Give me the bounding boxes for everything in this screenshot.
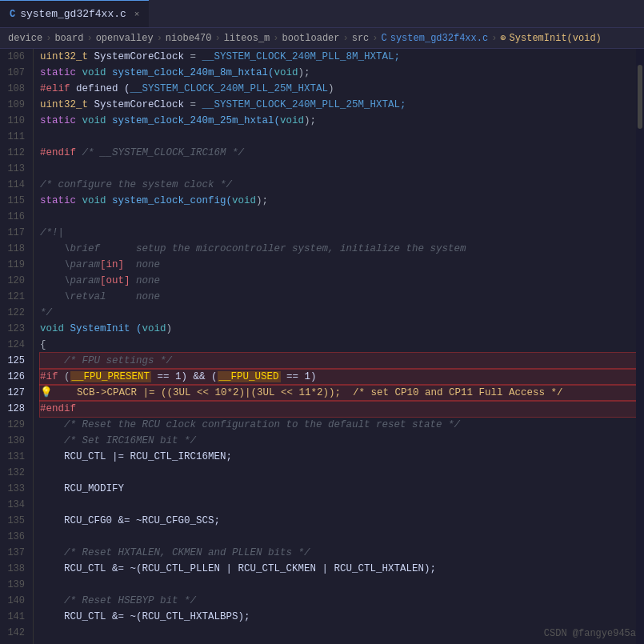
code-line: uint32_t SystemCoreClock = __SYSTEM_CLOC… — [40, 49, 636, 65]
code-line: \param[out] none — [40, 273, 636, 289]
code-line: RCU_CTL &= ~(RCU_CTL_PLLEN | RCU_CTL_CKM… — [40, 561, 636, 577]
code-line: RCU_MODIFY — [40, 481, 636, 497]
active-tab[interactable]: C system_gd32f4xx.c × — [0, 0, 149, 27]
line-number: 132 — [5, 465, 25, 481]
code-line: 💡 SCB->CPACR |= ((3UL << 10*2)|(3UL << 1… — [40, 385, 636, 401]
line-number: 111 — [5, 129, 25, 145]
code-line: { — [40, 337, 636, 353]
code-line: static void system_clock_240m_8m_hxtal(v… — [40, 65, 636, 81]
code-line: \param[in] none — [40, 257, 636, 273]
code-line: void SystemInit (void) — [40, 321, 636, 337]
line-number: 133 — [5, 481, 25, 497]
line-number: 139 — [5, 577, 25, 593]
line-number: 114 — [5, 177, 25, 193]
line-number: 113 — [5, 161, 25, 177]
line-number: 125 — [5, 353, 25, 369]
breadcrumb: device › board › openvalley › niobe470 ›… — [0, 28, 644, 49]
line-number: 109 — [5, 97, 25, 113]
line-number: 136 — [5, 529, 25, 545]
line-number: 131 — [5, 449, 25, 465]
line-number: 129 — [5, 417, 25, 433]
line-number: 128 — [5, 401, 25, 417]
tab-bar: C system_gd32f4xx.c × — [0, 0, 644, 28]
line-number: 119 — [5, 257, 25, 273]
line-number: 142 — [5, 625, 25, 641]
code-line: \brief setup the microcontroller system,… — [40, 241, 636, 257]
scroll-track[interactable] — [636, 49, 644, 644]
code-line: #if (__FPU_PRESENT == 1) && (__FPU_USED … — [40, 369, 636, 385]
editor: 1061071081091101111121131141151161171181… — [0, 49, 644, 644]
line-number: 123 — [5, 321, 25, 337]
code-line: /* Reset HXTALEN, CKMEN and PLLEN bits *… — [40, 545, 636, 561]
line-number: 107 — [5, 65, 25, 81]
line-number: 141 — [5, 609, 25, 625]
code-line — [40, 497, 636, 513]
code-line: /* Set IRC16MEN bit */ — [40, 433, 636, 449]
code-line: static void system_clock_config(void); — [40, 193, 636, 209]
code-line: static void system_clock_240m_25m_hxtal(… — [40, 113, 636, 129]
line-number: 106 — [5, 49, 25, 65]
code-line — [40, 577, 636, 593]
line-number: 118 — [5, 241, 25, 257]
tab-close-button[interactable]: × — [134, 10, 140, 19]
code-line: /*!| — [40, 225, 636, 241]
line-number: 115 — [5, 193, 25, 209]
line-number: 137 — [5, 545, 25, 561]
line-number: 120 — [5, 273, 25, 289]
c-file-icon: C — [10, 9, 15, 20]
code-content: uint32_t SystemCoreClock = __SYSTEM_CLOC… — [34, 49, 636, 644]
line-number: 121 — [5, 289, 25, 305]
line-number: 122 — [5, 305, 25, 321]
line-number: 127 — [5, 385, 25, 401]
code-line — [40, 529, 636, 545]
code-line: /* FPU settings */ — [40, 353, 636, 369]
code-line: #elif defined (__SYSTEM_CLOCK_240M_PLL_2… — [40, 81, 636, 97]
code-line: /* Reset HSEBYP bit */ — [40, 593, 636, 609]
line-number: 135 — [5, 513, 25, 529]
watermark: CSDN @fangye945a — [544, 628, 636, 639]
line-number: 117 — [5, 225, 25, 241]
code-line: uint32_t SystemCoreClock = __SYSTEM_CLOC… — [40, 97, 636, 113]
code-line: */ — [40, 305, 636, 321]
line-number: 112 — [5, 145, 25, 161]
scroll-thumb[interactable] — [638, 65, 642, 129]
line-number: 140 — [5, 593, 25, 609]
code-line: /* configure the system clock */ — [40, 177, 636, 193]
line-number: 143 — [5, 641, 25, 644]
code-line: #endif /* __SYSTEM_CLOCK_IRC16M */ — [40, 145, 636, 161]
line-number: 124 — [5, 337, 25, 353]
code-line: /* Reset the RCU clock configuration to … — [40, 417, 636, 433]
line-number: 108 — [5, 81, 25, 97]
code-line — [40, 209, 636, 225]
code-line: #endif — [40, 401, 636, 417]
line-number: 116 — [5, 209, 25, 225]
code-line — [40, 465, 636, 481]
code-line: RCU_CTL &= ~(RCU_CTL_HXTALBPS); — [40, 609, 636, 625]
line-number: 110 — [5, 113, 25, 129]
tab-filename: system_gd32f4xx.c — [20, 8, 126, 20]
code-line: /* Reset CFG0 register */ — [40, 641, 636, 644]
line-number: 134 — [5, 497, 25, 513]
code-line — [40, 129, 636, 145]
code-line: \retval none — [40, 289, 636, 305]
code-line — [40, 161, 636, 177]
line-numbers: 1061071081091101111121131141151161171181… — [0, 49, 34, 644]
line-number: 138 — [5, 561, 25, 577]
code-line: RCU_CTL |= RCU_CTL_IRC16MEN; — [40, 449, 636, 465]
line-number: 126 — [5, 369, 25, 385]
code-line: RCU_CFG0 &= ~RCU_CFG0_SCS; — [40, 513, 636, 529]
line-number: 130 — [5, 433, 25, 449]
